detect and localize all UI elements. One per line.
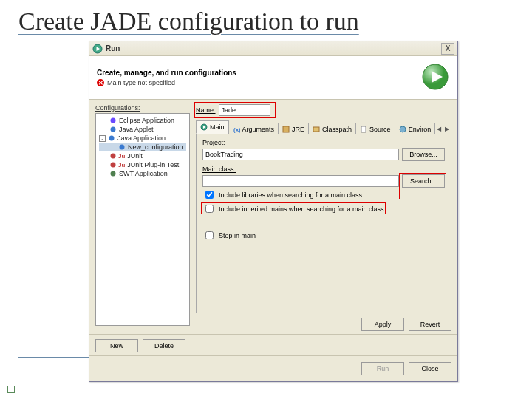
svg-point-10 [111, 171, 116, 177]
browse-button[interactable]: Browse... [402, 148, 445, 161]
new-button[interactable]: New [95, 339, 138, 352]
svg-point-9 [111, 163, 116, 168]
close-button[interactable]: X [441, 43, 454, 55]
junit-icon [109, 161, 117, 168]
banner-title: Create, manage, and run configurations [97, 69, 420, 77]
include-inherited-checkbox[interactable] [205, 205, 214, 213]
run-dialog: Run X Create, manage, and run configurat… [89, 41, 458, 382]
svg-text:(x): (x) [233, 126, 240, 133]
swt-icon [109, 170, 117, 177]
tab-label: Environ [409, 126, 432, 133]
classpath-icon [313, 126, 320, 133]
tree-item-java-application[interactable]: -Java Application [99, 134, 186, 143]
delete-button[interactable]: Delete [143, 339, 185, 352]
configurations-label: Configurations: [95, 104, 190, 112]
slide-title: Create JADE configuration to run [18, 7, 514, 35]
banner-error-text: Main type not specified [107, 79, 175, 86]
separator [202, 222, 445, 222]
tab-main-pane: Project: Browse... Main class: Search... [196, 134, 451, 313]
stop-main-checkbox[interactable] [205, 231, 214, 239]
stop-main-label: Stop in main [219, 232, 256, 239]
tree-item-swt-application[interactable]: SWT Application [99, 169, 186, 178]
java-app-icon [108, 134, 115, 142]
svg-point-7 [120, 145, 125, 150]
tree-item-label: JUnit [127, 152, 143, 160]
tree-item-label: Java Applet [119, 126, 154, 133]
main-icon [200, 123, 208, 131]
jre-icon [282, 126, 290, 133]
tree-expand-icon[interactable]: - [99, 135, 106, 142]
run-banner-icon [420, 62, 450, 93]
source-icon [360, 126, 367, 133]
titlebar[interactable]: Run X [89, 41, 457, 56]
tree-item-eclipse-application[interactable]: Eclipse Application [99, 116, 186, 125]
tree-item-junit[interactable]: JuJUnit [99, 151, 186, 160]
project-input[interactable] [202, 149, 399, 160]
titlebar-text: Run [106, 44, 441, 52]
include-libs-label: Include libraries when searching for a m… [219, 191, 362, 199]
applet-icon [109, 126, 117, 133]
tab-label: Source [369, 126, 391, 133]
svg-point-8 [111, 154, 116, 159]
tree-item-label: New_configuration [128, 143, 183, 151]
svg-rect-16 [361, 126, 366, 132]
configurations-tree[interactable]: Eclipse ApplicationJava Applet-Java Appl… [95, 113, 190, 326]
error-icon: ✕ [97, 79, 104, 86]
svg-point-17 [400, 126, 406, 132]
banner: Create, manage, and run configurations ✕… [89, 56, 457, 100]
tab-scroll-right[interactable]: ▶ [443, 123, 451, 134]
java-app-icon [118, 143, 126, 151]
tree-item-label: SWT Application [119, 170, 168, 177]
slide-corner-decoration [7, 386, 15, 393]
tab-source[interactable]: Source [355, 123, 395, 134]
tab-environ[interactable]: Environ [395, 123, 436, 134]
tab-bar: Main(x)ArgumentsJREClasspathSourceEnviro… [196, 120, 451, 134]
tree-item-junit-plug-in-test[interactable]: JuJUnit Plug-in Test [99, 160, 186, 169]
tab-main[interactable]: Main [196, 120, 229, 134]
search-button[interactable]: Search... [402, 174, 445, 188]
tab-arguments[interactable]: (x)Arguments [228, 123, 279, 134]
env-icon [399, 126, 406, 133]
svg-point-4 [111, 118, 116, 123]
name-input[interactable] [219, 104, 270, 116]
project-label: Project: [202, 139, 445, 146]
tree-item-label: JUnit Plug-in Test [127, 161, 179, 168]
apply-button[interactable]: Apply [361, 318, 404, 331]
tab-label: JRE [292, 126, 304, 133]
tab-jre[interactable]: JRE [278, 123, 309, 134]
tree-item-label: Eclipse Application [119, 117, 174, 124]
eclipse-icon [109, 117, 117, 124]
close-dialog-button[interactable]: Close [409, 362, 451, 375]
revert-button[interactable]: Revert [409, 318, 451, 331]
tab-classpath[interactable]: Classpath [308, 123, 356, 134]
tab-label: Classpath [322, 126, 352, 133]
args-icon: (x) [233, 126, 240, 133]
tree-item-new-configuration[interactable]: New_configuration [99, 143, 186, 151]
svg-point-6 [109, 136, 115, 141]
tree-item-java-applet[interactable]: Java Applet [99, 125, 186, 134]
include-inherited-label: Include inherited mains when searching f… [219, 205, 384, 213]
svg-rect-14 [283, 126, 289, 132]
run-button[interactable]: Run [361, 362, 404, 375]
include-libs-checkbox[interactable] [205, 191, 214, 199]
name-label: Name: [196, 106, 216, 114]
run-icon [92, 44, 103, 54]
tab-label: Arguments [242, 126, 275, 133]
svg-point-5 [111, 127, 116, 132]
svg-rect-15 [313, 127, 319, 132]
junit-icon [109, 152, 117, 160]
mainclass-input[interactable] [202, 175, 399, 187]
mainclass-label: Main class: [202, 166, 445, 173]
tab-label: Main [210, 123, 225, 131]
tree-item-label: Java Application [117, 134, 166, 142]
